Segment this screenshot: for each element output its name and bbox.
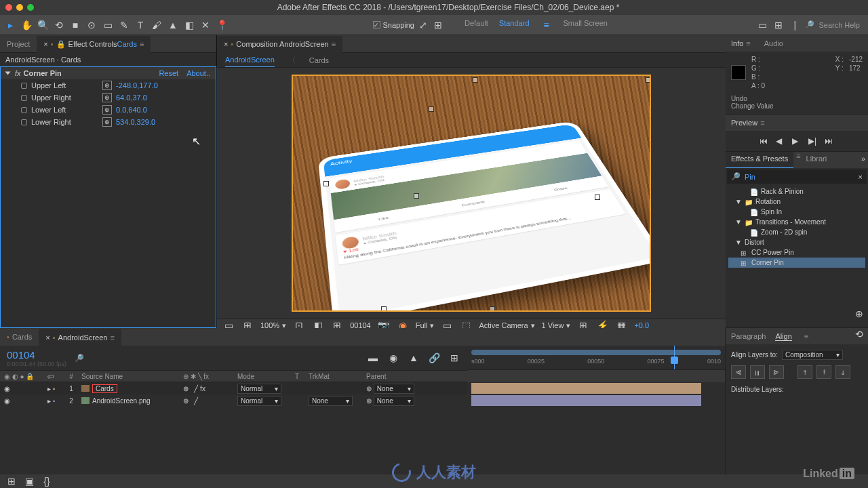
- align-vcenter-icon[interactable]: ⫲: [816, 365, 831, 379]
- workspace-small[interactable]: Small Screen: [564, 19, 608, 31]
- window-controls[interactable]: [5, 4, 34, 11]
- point-picker-icon[interactable]: ⊕: [102, 81, 112, 90]
- trkmat-dropdown[interactable]: None▾: [309, 396, 353, 406]
- workspace-menu-icon[interactable]: ≡: [540, 19, 553, 31]
- play-icon[interactable]: ▶: [792, 136, 802, 146]
- timeline-tab-android[interactable]: ×▪AndroidScreen≡: [39, 329, 121, 346]
- align-to-dropdown[interactable]: Composition▾: [782, 350, 843, 360]
- effect-name-row[interactable]: fx Corner Pin: [6, 69, 159, 77]
- subtab-androidscreen[interactable]: AndroidScreen: [225, 53, 275, 67]
- mode-dropdown[interactable]: Normal▾: [237, 396, 281, 406]
- snap-opts2-icon[interactable]: ⊞: [432, 19, 444, 31]
- corner-pin-handle[interactable]: [595, 195, 600, 200]
- prev-frame-icon[interactable]: ◀: [776, 136, 785, 146]
- overflow-icon[interactable]: »: [859, 152, 868, 168]
- orbit-tool-icon[interactable]: ⟲: [53, 19, 65, 31]
- effect-controls-tab[interactable]: × ▪ 🔒 Effect Controls Cards ≡: [37, 36, 151, 54]
- prop-value[interactable]: 534.0,329.0: [116, 118, 155, 126]
- tree-item[interactable]: ⊞CC Power Pin: [728, 247, 865, 258]
- zoom-tool-icon[interactable]: 🔍: [37, 19, 49, 31]
- close-window-icon[interactable]: [5, 4, 12, 11]
- corner-pin-handle[interactable]: [490, 306, 495, 312]
- first-frame-icon[interactable]: ⏮: [760, 136, 769, 146]
- status-icon-b[interactable]: ▣: [23, 475, 35, 487]
- twirl-down-icon[interactable]: [5, 72, 11, 75]
- search-icon[interactable]: 🔎: [805, 20, 814, 29]
- last-frame-icon[interactable]: ⏭: [825, 136, 834, 146]
- prop-value[interactable]: -248.0,177.0: [116, 81, 158, 89]
- tl-right-a[interactable]: ⊕: [853, 308, 865, 320]
- maximize-window-icon[interactable]: [27, 4, 34, 11]
- parent-dropdown[interactable]: None▾: [374, 384, 414, 394]
- align-tab[interactable]: Align: [775, 332, 791, 341]
- layer-bar[interactable]: [471, 395, 701, 406]
- camera-tool-icon[interactable]: ■: [69, 19, 81, 31]
- tree-item-selected[interactable]: ⊞Corner Pin: [728, 258, 865, 268]
- puppet-tool-icon[interactable]: 📍: [216, 19, 228, 31]
- align-right-icon[interactable]: ⫸: [769, 365, 784, 379]
- selection-tool-icon[interactable]: ▸: [4, 19, 16, 31]
- prop-lower-right[interactable]: Lower Right ⊕ 534.0,329.0: [1, 116, 216, 128]
- stopwatch-icon[interactable]: [21, 107, 27, 113]
- tl-ico-b[interactable]: ◉: [387, 352, 399, 364]
- corner-pin-handle[interactable]: [381, 306, 387, 312]
- timeline-search-icon[interactable]: 🔎: [75, 354, 84, 363]
- corner-pin-handle[interactable]: [429, 106, 434, 112]
- preview-tab[interactable]: Preview: [731, 119, 757, 127]
- tree-item[interactable]: 📄Zoom - 2D spin: [728, 227, 865, 237]
- tree-folder[interactable]: ▼ 📁Rotation: [728, 197, 865, 207]
- corner-pin-handle[interactable]: [323, 181, 329, 186]
- col-parent[interactable]: Parent: [366, 373, 434, 380]
- audio-tab[interactable]: Audio: [764, 39, 783, 47]
- pickwhip-icon[interactable]: ⊚: [366, 385, 372, 392]
- canvas[interactable]: Activity Mike Smith● Oshawa, ON Like: [292, 75, 651, 312]
- col-num[interactable]: #: [61, 373, 81, 380]
- rectangle-tool-icon[interactable]: ▭: [102, 19, 114, 31]
- prop-value[interactable]: 0.0,640.0: [116, 106, 147, 114]
- corner-pin-handle[interactable]: [646, 77, 651, 83]
- tl-ico-d[interactable]: 🔗: [428, 352, 440, 364]
- align-top-icon[interactable]: ⫯: [797, 365, 812, 379]
- search-help-placeholder[interactable]: Search Help: [818, 21, 860, 29]
- type-tool-icon[interactable]: T: [134, 19, 146, 31]
- layer-row[interactable]: ◉▸ ▪ 2 AndroidScreen.png ⊕ ╱ Normal▾ Non…: [0, 394, 467, 407]
- next-frame-icon[interactable]: ▶|: [808, 136, 818, 146]
- tree-item[interactable]: 📄Rack & Pinion: [728, 186, 865, 197]
- prop-upper-right[interactable]: Upper Right ⊕ 64.0,37.0: [1, 92, 216, 104]
- mode-dropdown[interactable]: Normal▾: [237, 384, 281, 394]
- time-navigator[interactable]: [471, 350, 721, 355]
- stopwatch-icon[interactable]: [21, 95, 27, 101]
- prop-value[interactable]: 64.0,37.0: [116, 94, 147, 102]
- clone-tool-icon[interactable]: ▲: [167, 19, 179, 31]
- timeline-graph[interactable]: s000 00025 00050 00075 0010 ⊕⟲: [467, 346, 725, 407]
- prop-upper-left[interactable]: Upper Left ⊕ -248.0,177.0: [1, 79, 216, 92]
- status-icon-a[interactable]: ⊞: [5, 475, 18, 487]
- panel-menu-icon[interactable]: ≡: [760, 119, 764, 127]
- composition-viewer[interactable]: Activity Mike Smith● Oshawa, ON Like: [217, 68, 726, 319]
- status-icon-c[interactable]: {}: [41, 475, 53, 487]
- roto-tool-icon[interactable]: ✕: [199, 19, 212, 31]
- info-tab[interactable]: Info: [731, 39, 743, 47]
- project-tab[interactable]: Project: [0, 35, 37, 53]
- snap-opts-icon[interactable]: ⤢: [417, 19, 429, 31]
- clear-search-icon[interactable]: ×: [859, 173, 863, 181]
- point-picker-icon[interactable]: ⊕: [102, 105, 112, 115]
- prop-lower-left[interactable]: Lower Left ⊕ 0.0,640.0: [1, 104, 216, 116]
- align-bottom-icon[interactable]: ⫰: [835, 365, 850, 379]
- effects-presets-tab[interactable]: Effects & Presets: [726, 152, 793, 168]
- align-left-icon[interactable]: ⫷: [731, 365, 746, 379]
- tl-ico-e[interactable]: ⊞: [448, 352, 460, 364]
- toolbar-icon-b[interactable]: ⊞: [772, 19, 785, 31]
- about-link[interactable]: About..: [186, 69, 210, 77]
- stopwatch-icon[interactable]: [21, 119, 27, 125]
- tl-ico-c[interactable]: ▲: [408, 352, 420, 364]
- snapping-checkbox[interactable]: ✓: [373, 21, 380, 28]
- brush-tool-icon[interactable]: 🖌: [151, 19, 163, 31]
- point-picker-icon[interactable]: ⊕: [102, 93, 112, 102]
- corner-pin-handle[interactable]: [473, 77, 478, 83]
- playhead[interactable]: [674, 346, 675, 369]
- workspace-default[interactable]: Default: [465, 19, 488, 31]
- stopwatch-icon[interactable]: [21, 83, 27, 89]
- panel-menu-icon[interactable]: ≡: [140, 40, 144, 48]
- pickwhip-icon[interactable]: ⊚: [366, 397, 372, 405]
